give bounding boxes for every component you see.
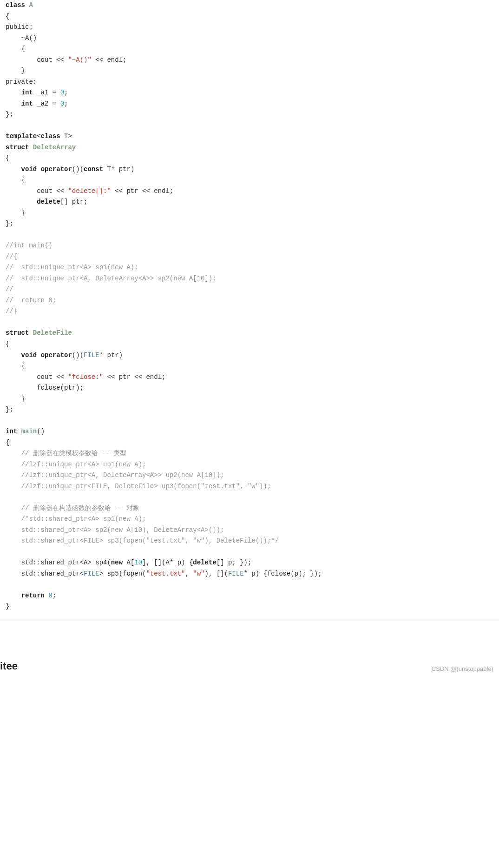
code-block: class A { public: ~A() { cout << "~A()" … xyxy=(0,0,499,618)
footer-left: itee xyxy=(0,660,18,672)
footer-watermark: CSDN @(unstoppable) xyxy=(432,665,493,672)
footer: itee CSDN @(unstoppable) xyxy=(0,618,499,672)
